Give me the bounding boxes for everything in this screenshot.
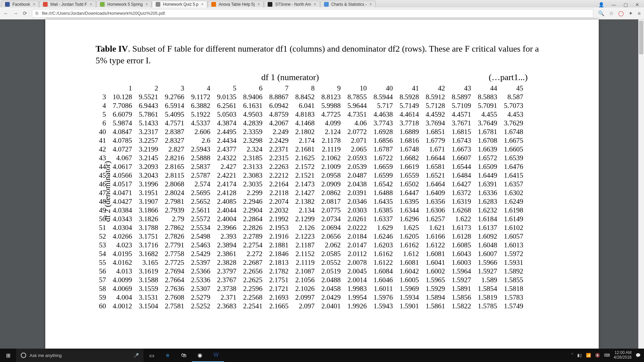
zoom-icon[interactable]: 🔍 <box>598 10 604 16</box>
row-header: 59 <box>96 293 109 302</box>
cell: 2.5943 <box>187 145 214 154</box>
col-header: 10 <box>344 84 370 93</box>
keyboard-icon[interactable]: ⌨ <box>604 353 610 358</box>
extension-icon[interactable]: ✦ <box>629 10 633 16</box>
scrollbar-thumb[interactable] <box>639 21 643 54</box>
cell: 2.0458 <box>318 284 344 293</box>
cell: 2.4495 <box>214 127 240 136</box>
table-row: 604.00123.15042.75812.52522.36832.25412.… <box>96 302 527 310</box>
cell: 3.7743 <box>370 119 396 127</box>
browser-toolbar: ← → ⟳ 🗎 file:///C:/Users/Jordan/Download… <box>0 7 644 19</box>
browser-tab[interactable]: Mail - Jordan Todd F× <box>39 1 96 7</box>
browser-tab[interactable]: Homework 5 Spring× <box>96 1 152 7</box>
cell: 4.8183 <box>292 110 318 119</box>
cell: 6.0942 <box>266 101 292 110</box>
table-row: 544.01953.16822.77582.54292.38612.2722.1… <box>96 249 527 258</box>
cell: 2.062 <box>318 241 344 249</box>
table-row: 424.07273.21992.8272.59432.43772.3242.23… <box>96 145 527 154</box>
address-bar[interactable]: 🗎 file:///C:/Users/Jordan/Downloads/Home… <box>32 9 593 18</box>
close-tab-icon[interactable]: × <box>145 2 148 6</box>
forward-button[interactable]: → <box>13 10 18 16</box>
cell: 6.6079 <box>109 110 136 119</box>
row-header: 52 <box>96 232 109 241</box>
cell: 3.1716 <box>136 241 162 249</box>
edge-icon[interactable]: e <box>160 349 176 362</box>
table-row: 47.70866.94436.59146.38826.25616.16316.0… <box>96 101 527 110</box>
cell: 4.8759 <box>266 110 292 119</box>
cell: 1.6476 <box>500 162 527 171</box>
close-tab-icon[interactable]: × <box>258 2 260 6</box>
browser-tab[interactable]: Homework Quiz 5.p× <box>152 1 207 7</box>
cell: 2.5336 <box>187 276 214 284</box>
maximize-button[interactable]: ▢ <box>624 2 628 7</box>
reload-button[interactable]: ⟳ <box>23 10 27 16</box>
cell: 3.7671 <box>448 119 475 127</box>
close-tab-icon[interactable]: × <box>369 2 372 6</box>
volume-icon[interactable]: 🔇 <box>595 353 600 358</box>
cell: 1.6268 <box>448 206 475 215</box>
cell: 3.1866 <box>136 206 162 215</box>
cell: 2.3797 <box>214 267 240 276</box>
cell: 1.6166 <box>422 232 448 241</box>
start-button[interactable]: ⊞ <box>0 352 16 359</box>
cell: 1.6779 <box>422 136 448 145</box>
close-tab-icon[interactable]: × <box>90 2 92 6</box>
cell: 2.5463 <box>187 241 214 249</box>
minimize-button[interactable]: — <box>611 2 616 7</box>
browser-tab[interactable]: STSnine - North Am× <box>264 1 320 7</box>
cell: 8.7855 <box>344 93 370 101</box>
cell: 1.6409 <box>422 188 448 197</box>
wifi-icon[interactable]: 📶 <box>586 353 591 358</box>
cell: 1.6128 <box>448 232 475 241</box>
cell: 2.0429 <box>318 293 344 302</box>
store-icon[interactable]: 🛍 <box>176 349 192 362</box>
cell: 1.6521 <box>422 171 448 180</box>
cell: 1.6081 <box>396 258 422 267</box>
clock[interactable]: 12:00 AM 4/26/2016 <box>614 351 632 360</box>
mic-icon[interactable]: 🎤 <box>133 353 139 358</box>
browser-tab[interactable]: Anova Table Help 5)× <box>208 1 264 7</box>
cell: 2.3738 <box>214 284 240 293</box>
tray-chevron-icon[interactable]: ˄ <box>571 353 573 358</box>
browser-tab[interactable]: Facebook× <box>1 1 39 7</box>
cell: 2.5397 <box>187 258 214 267</box>
menu-icon[interactable]: ≡ <box>638 10 641 16</box>
cell: 2.1721 <box>266 284 292 293</box>
cell: 4.06 <box>344 119 370 127</box>
cell: 1.6544 <box>448 162 475 171</box>
col-header: 8 <box>292 84 318 93</box>
close-tab-icon[interactable]: × <box>201 2 204 6</box>
action-center-icon[interactable]: 💬 <box>636 353 641 358</box>
browser-tab[interactable]: Charts & Statistics -× <box>320 1 376 7</box>
row-header: 41 <box>96 136 109 145</box>
row-header: 5 <box>96 110 109 119</box>
cell: 1.6048 <box>475 241 501 249</box>
cortana-search[interactable]: Ask me anything 🎤 <box>16 349 144 362</box>
cell: 2.371 <box>214 293 240 302</box>
cell: 4.0099 <box>109 276 136 284</box>
close-tab-icon[interactable]: × <box>33 2 36 6</box>
word-icon[interactable]: W <box>208 349 224 362</box>
abp-icon[interactable]: ◯ <box>618 10 624 16</box>
table-row: 554.01623.1652.77252.53972.38282.26872.1… <box>96 258 527 267</box>
person-icon[interactable]: 👤 <box>598 2 604 7</box>
scrollbar[interactable] <box>638 19 644 349</box>
cell: 8.9406 <box>240 93 266 101</box>
cell: 4.0617 <box>109 162 136 171</box>
back-button[interactable]: ← <box>3 10 8 16</box>
star-icon[interactable]: ☆ <box>609 10 613 16</box>
cell: 2.3298 <box>240 136 266 145</box>
cell: 1.6639 <box>475 145 501 154</box>
battery-icon[interactable]: ▮▯ <box>577 353 582 358</box>
cell: 9.1172 <box>187 93 214 101</box>
cell: 1.5901 <box>396 302 422 310</box>
cell: 4.0266 <box>109 232 136 241</box>
cell: 2.2625 <box>240 276 266 284</box>
close-tab-icon[interactable]: × <box>314 2 316 6</box>
cell: 2.5888 <box>187 154 214 162</box>
task-view-button[interactable]: ▭ <box>144 349 160 362</box>
close-window-button[interactable]: ✕ <box>635 2 639 7</box>
cell: 1.5969 <box>396 284 422 293</box>
cell: 1.6013 <box>500 241 527 249</box>
chrome-icon[interactable]: ◉ <box>192 349 208 362</box>
